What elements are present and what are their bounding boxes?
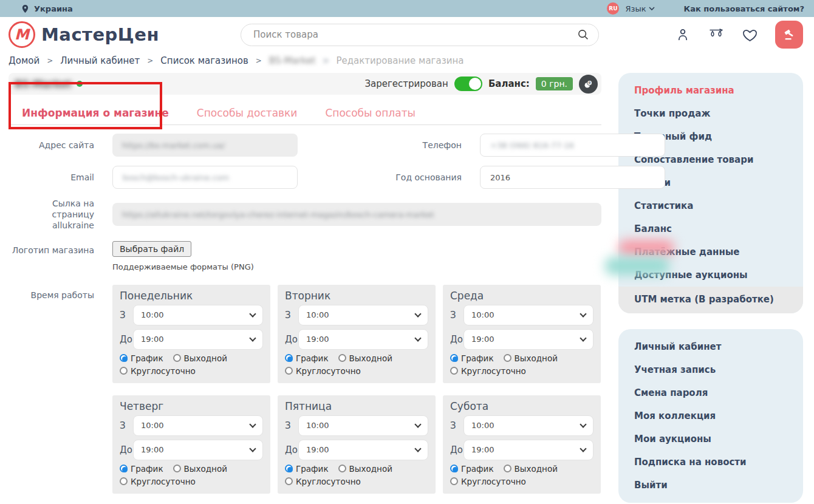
radio-dayoff[interactable]: Выходной (173, 353, 227, 363)
radio-allday[interactable]: Круглосуточно (450, 477, 526, 486)
from-time-select[interactable]: 10:00 (133, 305, 263, 325)
tab-store-info[interactable]: Информация о магазине (22, 107, 169, 119)
radio-allday[interactable]: Круглосуточно (285, 477, 361, 486)
radio-allday[interactable]: Круглосуточно (120, 477, 196, 486)
profile-icon[interactable] (675, 27, 691, 43)
chevron-down-icon (580, 335, 586, 341)
radio-schedule[interactable]: График (285, 464, 329, 474)
favorites-heart-icon[interactable] (742, 27, 758, 43)
radio-dayoff[interactable]: Выходной (173, 464, 227, 474)
radio-dayoff-label: Выходной (349, 464, 392, 474)
choose-file-button[interactable]: Выбрать файл (112, 241, 191, 257)
radio-dayoff[interactable]: Выходной (338, 353, 392, 363)
coins-icon: 0 (583, 79, 593, 89)
tab-delivery-methods[interactable]: Способы доставки (197, 107, 298, 119)
store-status-bar: BS-Market Зарегестрирован Баланс: 0 грн.… (9, 73, 601, 95)
radio-allday-label: Круглосуточно (131, 477, 196, 486)
from-time-select[interactable]: 10:00 (133, 415, 263, 436)
sidebar-item-my-collection[interactable]: Моя коллекция (618, 404, 803, 427)
header: М МастерЦен (0, 17, 814, 52)
radio-schedule-dot (450, 354, 458, 362)
sidebar-item-news-subscription[interactable]: Подписка на новости (618, 451, 803, 474)
help-link[interactable]: Как пользоваться сайтом? (684, 4, 804, 13)
chevron-down-icon (580, 421, 586, 427)
sidebar-item-account[interactable]: Учетная запись (618, 358, 803, 381)
brand-logo[interactable]: М МастерЦен (9, 21, 241, 48)
radio-schedule-label: График (131, 353, 163, 363)
topbar: Украина RU Язык Как пользоваться сайтом? (0, 0, 814, 17)
top-up-balance-button[interactable]: 0 (579, 75, 598, 94)
to-time-select[interactable]: 19:00 (133, 440, 263, 460)
radio-schedule-dot (285, 465, 293, 472)
workday-name: Четверг (120, 400, 263, 412)
from-label: З (120, 420, 133, 431)
from-time-select[interactable]: 10:00 (298, 415, 428, 436)
sidebar-item-sales-points[interactable]: Точки продаж (618, 102, 803, 125)
breadcrumb-account[interactable]: Личный кабинет (60, 55, 140, 66)
sidebar-item-balance[interactable]: Баланс (618, 217, 803, 240)
search-bar (241, 24, 599, 46)
to-label: До (450, 444, 463, 455)
radio-schedule[interactable]: График (450, 464, 494, 474)
radio-dayoff[interactable]: Выходной (504, 353, 558, 363)
sidebar-item-statistics[interactable]: Статистика (618, 194, 803, 217)
from-time-value: 10:00 (306, 310, 329, 319)
store-online-dot (77, 81, 83, 87)
to-time-value: 19:00 (306, 445, 329, 454)
breadcrumb-store-list[interactable]: Список магазинов (160, 55, 248, 66)
registered-toggle[interactable] (454, 77, 482, 91)
workday-card-monday: Понедельник З 10:00 До 19:00 График Выхо… (112, 285, 270, 383)
to-time-select[interactable]: 19:00 (133, 329, 263, 350)
compare-scales-icon[interactable] (708, 27, 725, 42)
sidebar-item-utm-label[interactable]: UTM метка (В разработке) (618, 287, 803, 313)
radio-dayoff[interactable]: Выходной (504, 464, 558, 474)
radio-dayoff-label: Выходной (184, 464, 227, 474)
phone-input[interactable]: +38 (066) 816-77-16 (480, 134, 665, 157)
radio-dayoff-label: Выходной (184, 353, 227, 363)
from-time-select[interactable]: 10:00 (298, 305, 428, 325)
chevron-down-icon (414, 335, 421, 341)
location-pin-icon (21, 4, 30, 13)
to-label: До (450, 334, 463, 345)
breadcrumb-store-name[interactable]: BS-Market (269, 55, 316, 66)
sidebar-item-change-password[interactable]: Смена пароля (618, 381, 803, 404)
email-value: bosch@bosch-ukraine.com (123, 173, 229, 182)
radio-dayoff[interactable]: Выходной (338, 464, 392, 474)
location-selector[interactable]: Украина (21, 4, 73, 13)
workday-name: Понедельник (120, 290, 263, 302)
auction-gavel-button[interactable] (775, 21, 803, 49)
sidebar-item-logout[interactable]: Выйти (618, 474, 803, 497)
radio-schedule[interactable]: График (120, 464, 163, 474)
sidebar-item-store-profile[interactable]: Профиль магазина (618, 79, 803, 102)
radio-allday[interactable]: Круглосуточно (120, 366, 196, 376)
from-time-select[interactable]: 10:00 (463, 305, 593, 325)
breadcrumb-home[interactable]: Домой (9, 55, 39, 66)
from-time-select[interactable]: 10:00 (463, 415, 593, 436)
workday-name: Среда (450, 290, 593, 302)
search-input[interactable] (241, 24, 599, 46)
radio-schedule[interactable]: График (450, 353, 494, 363)
from-time-value: 10:00 (471, 421, 494, 430)
radio-allday[interactable]: Круглосуточно (450, 366, 526, 376)
to-time-select[interactable]: 19:00 (298, 440, 428, 460)
email-input[interactable]: bosch@bosch-ukraine.com (112, 166, 298, 189)
language-label: Язык (625, 4, 646, 13)
to-time-select[interactable]: 19:00 (298, 329, 428, 350)
tab-payment-methods[interactable]: Способы оплаты (325, 107, 416, 119)
radio-allday-dot (285, 477, 293, 485)
to-time-select[interactable]: 19:00 (463, 329, 593, 350)
site-address-input: https://bs-market.com.ua/ (112, 134, 298, 157)
radio-allday-dot (285, 367, 293, 375)
sidebar-item-my-auctions[interactable]: Мои аукционы (618, 427, 803, 451)
radio-allday[interactable]: Круглосуточно (285, 366, 361, 376)
radio-schedule[interactable]: График (285, 353, 329, 363)
to-time-select[interactable]: 19:00 (463, 440, 593, 460)
sidebar-item-personal-cabinet[interactable]: Личный кабинет (618, 335, 803, 358)
store-edit-content: BS-Market Зарегестрирован Баланс: 0 грн.… (9, 69, 601, 504)
search-icon[interactable] (576, 28, 590, 41)
radio-schedule[interactable]: График (120, 353, 163, 363)
language-selector[interactable]: Язык (625, 4, 654, 13)
to-label: До (120, 444, 133, 455)
founding-year-input[interactable]: 2016 (480, 166, 665, 189)
breadcrumb-separator: > (256, 56, 262, 65)
